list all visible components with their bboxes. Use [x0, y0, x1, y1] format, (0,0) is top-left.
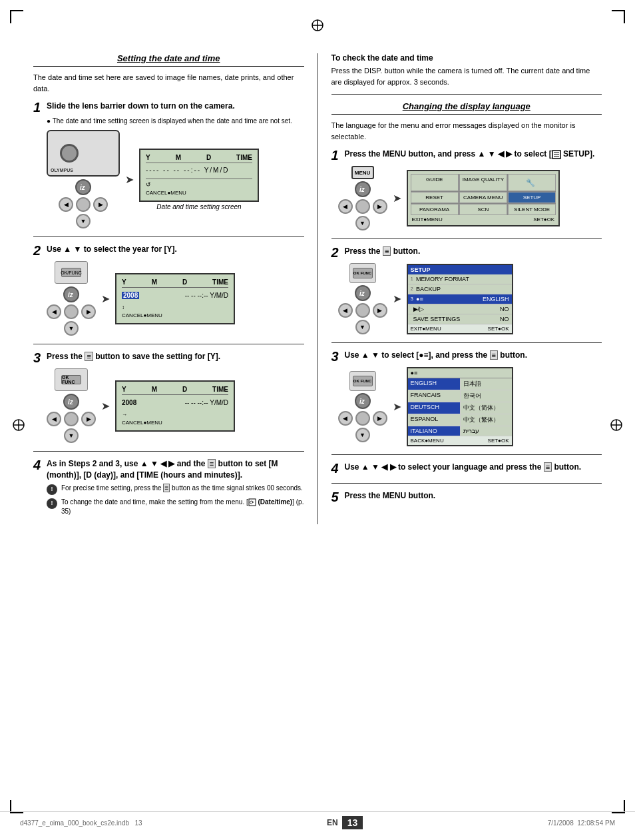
step2: 2 Use ▲ ▼ to select the year for [Y]. OK…	[33, 244, 304, 336]
menu-item-guide: GUIDE	[411, 174, 459, 191]
btn-left-rstep3[interactable]: ◀	[338, 411, 353, 426]
ok-func-btn-step3[interactable]: OK FUNC	[61, 375, 81, 384]
setup-row-3: 3 ●≡ ENGLISH	[408, 294, 512, 304]
menu-item-silent: SILENT MODE	[508, 204, 556, 215]
ok-func-rstep3[interactable]: OK FUNC	[353, 376, 373, 386]
btn-down-step1[interactable]: ▼	[76, 214, 91, 228]
menu-grid: GUIDE IMAGE QUALITY 🔧 RESET CAMERA MENU …	[411, 174, 556, 215]
corner-mark-tl	[10, 10, 23, 23]
right-column: To check the date and time Press the DIS…	[331, 53, 602, 524]
right-step4: 4 Use ▲ ▼ ◀ ▶ to select your language an…	[331, 462, 602, 475]
btn-left-step1[interactable]: ◀	[59, 197, 73, 212]
btn-down-rstep3[interactable]: ▼	[355, 428, 370, 442]
lang-screen: ●≡ ENGLISH 日本語 FRANCAIS 한국어 DEUTSCH 中文	[407, 367, 513, 446]
btn-right-step2[interactable]: ▶	[81, 304, 96, 319]
check-datetime-desc: Press the DISP. button while the camera …	[331, 65, 602, 87]
btn-down-step2[interactable]: ▼	[64, 321, 79, 336]
right-section-desc: The language for the menu and error mess…	[331, 120, 602, 142]
step2-number: 2	[33, 244, 44, 257]
btn-right-rstep1[interactable]: ▶	[373, 199, 387, 214]
right-step1: 1 Press the MENU button, and press ▲ ▼ ◀…	[331, 149, 602, 230]
right-step3-header: 3 Use ▲ ▼ to select [●≡], and press the …	[331, 350, 602, 363]
menu-item-scn: SCN	[459, 204, 507, 215]
btn-right-step3[interactable]: ▶	[81, 412, 96, 426]
step1-diagram: OLYMPUS iz ◀ ▶ ▼	[47, 130, 304, 228]
svg-text:⟳: ⟳	[250, 500, 254, 506]
menu-item-cameramenu: CAMERA MENU	[459, 192, 507, 203]
right-step1-controls: MENU iz ◀ ▶ ▼	[338, 166, 387, 230]
btn-right-rstep3[interactable]: ▶	[373, 411, 387, 426]
crosshair-left	[12, 418, 25, 434]
step2-header: 2 Use ▲ ▼ to select the year for [Y].	[33, 244, 304, 257]
camera-lens	[60, 144, 79, 163]
crosshair-top	[311, 19, 324, 34]
arrow-rstep2: ➤	[393, 292, 401, 305]
right-step1-text: Press the MENU button, and press ▲ ▼ ◀ ▶…	[345, 149, 602, 160]
setup-row-5: SAVE SETTINGS NO	[408, 314, 512, 324]
izm-badge-step3: iz	[63, 394, 79, 410]
sep-right-4	[331, 454, 602, 455]
menu-item-reset: RESET	[411, 192, 459, 203]
izm-badge-rstep1: iz	[355, 181, 371, 197]
btn-down-rstep2[interactable]: ▼	[355, 320, 370, 334]
btn-center-rstep2[interactable]	[355, 303, 370, 318]
btn-dpad-center-step1[interactable]	[76, 197, 91, 212]
left-section-desc: The date and time set here are saved to …	[33, 72, 304, 94]
step3-header: 3 Press the ≡ button to save the setting…	[33, 351, 304, 364]
camera-sketch: OLYMPUS	[47, 130, 120, 177]
btn-right-rstep2[interactable]: ▶	[373, 303, 387, 318]
btn-left-rstep1[interactable]: ◀	[338, 199, 353, 214]
ctrl-group-step2: iz ◀ ▶ ▼	[47, 286, 96, 336]
ctrl-row-step1: ◀ ▶	[59, 197, 108, 212]
right-step4-header: 4 Use ▲ ▼ ◀ ▶ to select your language an…	[331, 462, 602, 475]
btn-down-rstep1[interactable]: ▼	[355, 216, 370, 230]
menu-button[interactable]: MENU	[351, 166, 374, 179]
corner-mark-tr	[612, 10, 625, 23]
btn-center-step2[interactable]	[64, 304, 79, 319]
btn-left-rstep2[interactable]: ◀	[338, 303, 353, 318]
check-datetime-subsection: To check the date and time Press the DIS…	[331, 53, 602, 87]
lang-korean: 한국어	[460, 390, 512, 402]
step4-number: 4	[33, 458, 44, 472]
btn-left-step3[interactable]: ◀	[47, 412, 61, 426]
lang-deutsch: DEUTSCH	[408, 402, 460, 414]
btn-left-step2[interactable]: ◀	[47, 304, 61, 319]
step4: 4 As in Steps 2 and 3, use ▲ ▼ ◀ ▶ and t…	[33, 458, 304, 516]
arrow-rstep1: ➤	[393, 192, 401, 205]
step2-cancel-row: CANCEL●MENU	[122, 312, 228, 319]
step1: 1 Slide the lens barrier down to turn on…	[33, 101, 304, 228]
footer-datetime: 7/1/2008 12:08:54 PM	[548, 819, 615, 827]
step1-caption: Date and time setting screen	[156, 203, 241, 210]
step4-note1: ! For precise time setting, press the ≡ …	[47, 484, 304, 495]
footer-filename: d4377_e_oima_000_book_cs2e.indb 13	[20, 819, 142, 827]
step4-header: 4 As in Steps 2 and 3, use ▲ ▼ ◀ ▶ and t…	[33, 458, 304, 481]
btn-down-step3[interactable]: ▼	[64, 428, 79, 443]
lang-chinese-simplified: 中文（简体）	[460, 402, 512, 414]
btn-center-step3[interactable]	[64, 412, 79, 426]
lang-header: ●≡	[408, 368, 512, 378]
ctrl-group-step1: iz ◀ ▶ ▼	[59, 179, 108, 228]
setup-set-label: SET●OK	[488, 326, 509, 332]
step2-btn-area: OK/FUNC	[55, 261, 88, 284]
setup-screen: SETUP 1 MEMORY FORMAT 2 BACKUP 3 ●≡ E	[407, 264, 513, 334]
step1-header: 1 Slide the lens barrier down to turn on…	[33, 101, 304, 114]
izm-badge-rstep2: iz	[355, 285, 371, 301]
menu-grid-screen: GUIDE IMAGE QUALITY 🔧 RESET CAMERA MENU …	[407, 170, 560, 226]
step1-lcd: Y M D TIME ---- -- -- --:-- Y/M/D ↺	[139, 149, 259, 202]
setup-bottom: EXIT●MENU SET●OK	[408, 324, 512, 333]
right-step3-diagram: OK FUNC iz ◀ ▶ ▼	[338, 367, 602, 446]
en-label: EN	[327, 818, 338, 827]
lang-hebrew: עברית	[460, 426, 512, 436]
btn-center-rstep1[interactable]	[355, 199, 370, 214]
note-icon-1: !	[47, 484, 57, 495]
setup-row-2: 2 BACKUP	[408, 284, 512, 294]
izm-badge-rstep3: iz	[355, 393, 371, 409]
btn-right-step1[interactable]: ▶	[93, 197, 108, 212]
izm-badge-step2: iz	[63, 286, 79, 302]
arrow-step3: ➤	[101, 400, 110, 412]
right-step1-diagram: MENU iz ◀ ▶ ▼	[338, 166, 602, 230]
btn-center-rstep3[interactable]	[355, 411, 370, 426]
step3-cancel-row: CANCEL●MENU	[122, 419, 228, 426]
ok-func-rstep2[interactable]: OK FUNC	[353, 268, 373, 278]
step2-lcd: Y M D TIME 2008 -- -- --:-- Y/M/D ↕	[115, 273, 235, 324]
